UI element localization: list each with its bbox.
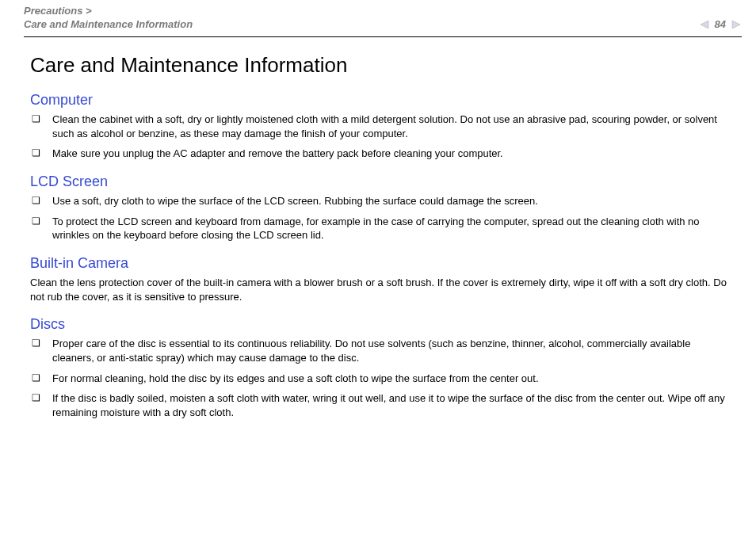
section-heading-computer: Computer — [30, 90, 732, 109]
next-page-icon[interactable] — [731, 19, 742, 30]
section-heading-discs: Discs — [30, 315, 732, 334]
page-nav-group: 84 — [699, 17, 742, 32]
lcd-list: Use a soft, dry cloth to wipe the surfac… — [30, 194, 732, 242]
section-heading-lcd: LCD Screen — [30, 172, 732, 191]
list-item: To protect the LCD screen and keyboard f… — [30, 215, 732, 242]
list-item: For normal cleaning, hold the disc by it… — [30, 372, 732, 386]
page-header: Precautions > Care and Maintenance Infor… — [0, 0, 756, 35]
svg-marker-1 — [732, 21, 740, 29]
list-item: Use a soft, dry cloth to wipe the surfac… — [30, 194, 732, 208]
list-item: Proper care of the disc is essential to … — [30, 337, 732, 364]
list-item: Make sure you unplug the AC adapter and … — [30, 147, 732, 161]
section-heading-camera: Built-in Camera — [30, 254, 732, 273]
content-area: Care and Maintenance Information Compute… — [0, 37, 756, 419]
page-number: 84 — [715, 17, 726, 32]
prev-page-icon[interactable] — [699, 19, 710, 30]
breadcrumb: Precautions > Care and Maintenance Infor… — [24, 5, 193, 32]
list-item: If the disc is badly soiled, moisten a s… — [30, 391, 732, 419]
breadcrumb-line-1: Precautions > — [24, 5, 193, 18]
svg-marker-0 — [701, 21, 708, 29]
computer-list: Clean the cabinet with a soft, dry or li… — [30, 113, 732, 161]
camera-paragraph: Clean the lens protection cover of the b… — [30, 276, 732, 303]
page-title: Care and Maintenance Information — [30, 51, 732, 79]
discs-list: Proper care of the disc is essential to … — [30, 337, 732, 419]
breadcrumb-line-2: Care and Maintenance Information — [24, 18, 193, 32]
list-item: Clean the cabinet with a soft, dry or li… — [30, 113, 732, 140]
